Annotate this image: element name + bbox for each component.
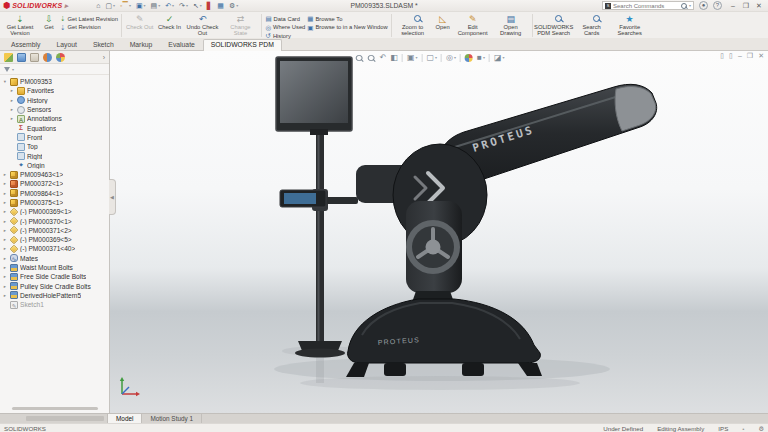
- status-options-icon[interactable]: ⚙: [758, 425, 764, 432]
- expand-arrow-icon[interactable]: ▸: [9, 107, 15, 112]
- motion-study-tab[interactable]: Motion Study 1: [142, 414, 202, 423]
- history-button[interactable]: ↺ History: [265, 32, 305, 39]
- expand-arrow-icon[interactable]: ▸: [2, 181, 8, 186]
- collapse-arrow-icon[interactable]: ▾: [2, 79, 8, 84]
- menu-expand-icon[interactable]: ▸: [64, 2, 68, 10]
- tree-item-origin[interactable]: ⌖Origin: [2, 161, 109, 170]
- status-units[interactable]: IPS: [718, 425, 728, 432]
- filter-dropdown-icon[interactable]: ▾: [12, 67, 14, 72]
- browse-to-button[interactable]: ▦ Browse To: [307, 15, 387, 22]
- tree-item-component[interactable]: ▸(-) PM000370<1>: [2, 216, 109, 225]
- expand-arrow-icon[interactable]: ▸: [2, 265, 8, 270]
- previous-view-icon[interactable]: ↶: [380, 53, 387, 63]
- browse-new-window-button[interactable]: ▣ Browse to in a New Window: [307, 24, 387, 31]
- edit-appearance-icon[interactable]: [465, 54, 473, 62]
- tab-markup[interactable]: Markup: [122, 39, 161, 50]
- select-button[interactable]: ↖▾: [193, 1, 202, 11]
- restore-button[interactable]: ❐: [740, 0, 752, 11]
- apply-scene-icon[interactable]: ■▾: [477, 53, 485, 63]
- tree-item-favorites[interactable]: ▸Favorites: [2, 86, 109, 95]
- doc-close-button[interactable]: ✕: [758, 52, 764, 60]
- tree-item-mates[interactable]: ▸∿Mates: [2, 254, 109, 263]
- expand-arrow-icon[interactable]: ▸: [2, 191, 8, 196]
- favorite-searches-button[interactable]: ★ Favorite Searches: [612, 13, 648, 38]
- file-properties-button[interactable]: ▦: [217, 1, 224, 11]
- display-style-icon[interactable]: ▢▾: [426, 53, 437, 63]
- expand-arrow-icon[interactable]: ▸: [2, 228, 8, 233]
- new-document-button[interactable]: ▢▾: [105, 1, 115, 11]
- tree-item-component[interactable]: ▸(-) PM000369<5>: [2, 235, 109, 244]
- open-component-button[interactable]: ◺ Open: [433, 13, 453, 38]
- tree-item-component[interactable]: ▸(-) PM000371<40>: [2, 244, 109, 253]
- data-card-button[interactable]: ▤ Data Card: [265, 15, 305, 22]
- print-button[interactable]: ▤▾: [151, 1, 161, 11]
- pdm-search-button[interactable]: SOLIDWORKS PDM Search: [536, 13, 572, 38]
- undo-button[interactable]: ↶▾: [165, 1, 174, 11]
- tab-solidworks-pdm[interactable]: SOLIDWORKS PDM: [203, 39, 282, 51]
- tree-item-pattern[interactable]: ▸Waist Mount Bolts: [2, 263, 109, 272]
- save-button[interactable]: ▣▾: [136, 1, 146, 11]
- zoom-to-fit-icon[interactable]: [356, 54, 364, 63]
- tree-root[interactable]: ▾PM009353: [2, 77, 109, 86]
- expand-arrow-icon[interactable]: ▸: [2, 219, 8, 224]
- tab-assembly[interactable]: Assembly: [3, 39, 48, 50]
- tree-item-pattern[interactable]: ▸DerivedHolePattern5: [2, 291, 109, 300]
- tab-sketch[interactable]: Sketch: [85, 39, 122, 50]
- graphics-horizontal-scrollbar[interactable]: [26, 416, 104, 421]
- tab-layout[interactable]: Layout: [48, 39, 84, 50]
- login-icon[interactable]: ●: [699, 1, 708, 10]
- open-button[interactable]: ◦▔▾: [120, 1, 131, 11]
- tree-item-component[interactable]: ▸PM009463<1>: [2, 170, 109, 179]
- tree-item-pattern[interactable]: ▸Pulley Side Cradle Bolts: [2, 282, 109, 291]
- tablet-tray[interactable]: [280, 189, 358, 211]
- tree-item-component[interactable]: ▸(-) PM000371<2>: [2, 226, 109, 235]
- search-input[interactable]: [613, 3, 679, 9]
- view-orientation-icon[interactable]: ▣▾: [407, 53, 418, 63]
- tree-item-component[interactable]: ▸PM000375<1>: [2, 198, 109, 207]
- panel-horizontal-scrollbar[interactable]: [12, 407, 98, 410]
- section-view-icon[interactable]: ◧: [390, 53, 398, 63]
- tree-item-component[interactable]: ▸PM000372<1>: [2, 179, 109, 188]
- expand-arrow-icon[interactable]: ▸: [9, 116, 15, 121]
- expand-arrow-icon[interactable]: ▸: [2, 246, 8, 251]
- command-search[interactable]: S ▾: [602, 1, 694, 10]
- panel-collapse-handle[interactable]: ◀: [109, 179, 116, 215]
- minimize-button[interactable]: –: [727, 0, 739, 11]
- tree-item-sketch[interactable]: ✎Sketch1: [2, 300, 109, 309]
- expand-arrow-icon[interactable]: ▸: [9, 98, 15, 103]
- hide-show-items-icon[interactable]: ◎▾: [446, 53, 456, 63]
- rebuild-button[interactable]: ▋: [207, 1, 212, 11]
- tree-item-right-plane[interactable]: Right: [2, 151, 109, 160]
- edit-component-button[interactable]: ✎ Edit Component: [455, 13, 491, 38]
- propertymanager-tab-icon[interactable]: [17, 53, 26, 62]
- zoom-to-area-icon[interactable]: [368, 54, 376, 63]
- tree-item-pattern[interactable]: ▸Free Side Cradle Bolts: [2, 272, 109, 281]
- model-tab[interactable]: Model: [107, 414, 142, 423]
- displaymanager-tab-icon[interactable]: [56, 53, 65, 62]
- graphics-viewport[interactable]: ↶ ◧ ▣▾ ▢▾ ◎▾ ■▾ ◪▾ ▯ ▯ – ❐ ✕: [110, 51, 768, 413]
- model-3d-proteus-machine[interactable]: PROTEUS: [110, 51, 768, 413]
- expand-arrow-icon[interactable]: ▸: [2, 209, 8, 214]
- doc-window-icon[interactable]: ▯: [720, 52, 724, 60]
- expand-arrow-icon[interactable]: ▸: [2, 293, 8, 298]
- open-drawing-button[interactable]: ▤ Open Drawing: [493, 13, 529, 38]
- get-revision-button[interactable]: ⇣ Get Revision: [60, 24, 118, 31]
- redo-button[interactable]: ↷▾: [179, 1, 188, 11]
- help-icon[interactable]: ?: [713, 1, 722, 10]
- close-button[interactable]: ✕: [753, 0, 765, 11]
- tree-item-history[interactable]: ▸History: [2, 96, 109, 105]
- undo-check-out-button[interactable]: ↶ Undo Check Out: [184, 13, 220, 38]
- tree-item-sensors[interactable]: ▸Sensors: [2, 105, 109, 114]
- expand-arrow-icon[interactable]: ▸: [2, 274, 8, 279]
- doc-window-icon[interactable]: ▯: [729, 52, 733, 60]
- get-latest-version-button[interactable]: ⇣ Get Latest Version: [2, 13, 38, 38]
- expand-arrow-icon[interactable]: ▸: [2, 237, 8, 242]
- dimxpertmanager-tab-icon[interactable]: [43, 53, 52, 62]
- tree-item-annotations[interactable]: ▸AAnnotations: [2, 114, 109, 123]
- expand-arrow-icon[interactable]: ▸: [2, 172, 8, 177]
- search-dropdown-icon[interactable]: ▾: [689, 3, 691, 8]
- get-button[interactable]: ⇩ Get: [40, 13, 58, 38]
- options-button[interactable]: ⚙▾: [229, 1, 238, 11]
- home-button[interactable]: ⌂: [96, 1, 100, 11]
- panel-tabs-overflow-icon[interactable]: ›: [103, 54, 105, 61]
